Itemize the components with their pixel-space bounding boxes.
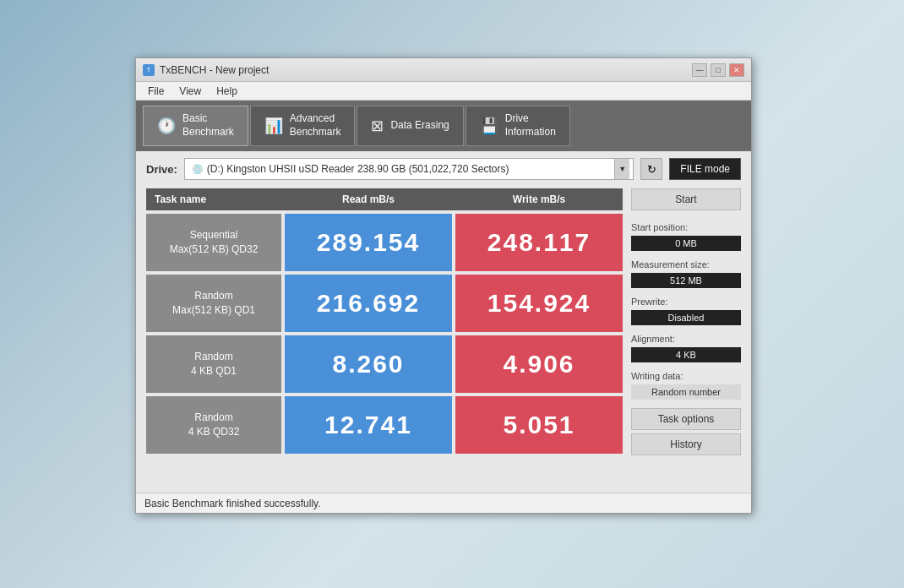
dropdown-arrow-icon: ▼ (614, 159, 629, 179)
read-random-4k-qd32: 12.741 (285, 396, 452, 454)
write-random-4k-qd1: 4.906 (455, 335, 623, 393)
file-mode-button[interactable]: FILE mode (669, 158, 741, 180)
writing-data-label: Writing data: (631, 371, 741, 381)
alignment-value: 4 KB (631, 347, 741, 362)
writing-data-value: Random number (631, 384, 741, 400)
title-bar: T TxBENCH - New project — □ ✕ (136, 58, 751, 82)
measurement-size-value: 512 MB (631, 273, 741, 288)
task-options-button[interactable]: Task options (631, 408, 741, 430)
close-button[interactable]: ✕ (729, 63, 744, 77)
alignment-label: Alignment: (631, 334, 741, 344)
task-sequential-qd32: SequentialMax(512 KB) QD32 (146, 214, 281, 271)
task-random-4k-qd1: Random4 KB QD1 (146, 335, 281, 393)
advanced-benchmark-label: Advanced Benchmark (290, 112, 341, 139)
start-button[interactable]: Start (631, 188, 741, 210)
toolbar-drive-information[interactable]: 💾 Drive Information (466, 106, 570, 146)
maximize-button[interactable]: □ (711, 63, 726, 77)
title-bar-left: T TxBENCH - New project (143, 64, 269, 76)
erase-icon: ⊠ (371, 117, 384, 135)
settings-sidebar: Start Start position: 0 MB Measurement s… (631, 188, 741, 486)
read-random-512-qd1: 216.692 (285, 275, 452, 332)
menu-file[interactable]: File (141, 84, 171, 99)
read-sequential-qd32: 289.154 (285, 214, 452, 271)
drive-label: Drive: (146, 163, 177, 176)
start-btn-container: Start (631, 188, 741, 210)
drive-selector[interactable]: 💿 (D:) Kingston UHSII uSD Reader 238.90 … (184, 158, 634, 180)
write-random-512-qd1: 154.924 (455, 275, 623, 332)
toolbar-basic-benchmark[interactable]: 🕐 Basic Benchmark (143, 106, 248, 146)
task-random-4k-qd32: Random4 KB QD32 (146, 396, 281, 454)
start-position-label: Start position: (631, 222, 741, 232)
clock-icon: 🕐 (157, 117, 176, 135)
menu-help[interactable]: Help (210, 84, 244, 99)
benchmark-table: Task name Read mB/s Write mB/s Sequentia… (146, 188, 623, 486)
toolbar-advanced-benchmark[interactable]: 📊 Advanced Benchmark (250, 106, 356, 146)
write-sequential-qd32: 248.117 (455, 214, 623, 271)
chart-icon: 📊 (264, 117, 283, 135)
minimize-button[interactable]: — (692, 63, 707, 77)
drive-information-label: Drive Information (505, 112, 556, 139)
task-random-512-qd1: RandomMax(512 KB) QD1 (146, 275, 281, 332)
drive-value: (D:) Kingston UHSII uSD Reader 238.90 GB… (207, 163, 509, 175)
start-position-value: 0 MB (631, 236, 741, 251)
header-task: Task name (146, 188, 281, 210)
prewrite-label: Prewrite: (631, 297, 741, 307)
header-read: Read mB/s (285, 188, 452, 210)
refresh-button[interactable]: ↻ (640, 158, 662, 180)
disk-icon: 💿 (192, 164, 204, 175)
status-text: Basic Benchmark finished successfully. (144, 498, 321, 509)
basic-benchmark-label: Basic Benchmark (182, 112, 234, 139)
title-controls: — □ ✕ (692, 63, 744, 77)
table-row: SequentialMax(512 KB) QD32 289.154 248.1… (146, 214, 623, 271)
drive-row: Drive: 💿 (D:) Kingston UHSII uSD Reader … (146, 158, 741, 180)
toolbar: 🕐 Basic Benchmark 📊 Advanced Benchmark ⊠… (136, 101, 751, 151)
toolbar-data-erasing[interactable]: ⊠ Data Erasing (357, 106, 463, 146)
table-row: Random4 KB QD32 12.741 5.051 (146, 396, 623, 454)
drive-select-inner: 💿 (D:) Kingston UHSII uSD Reader 238.90 … (188, 163, 614, 175)
history-button[interactable]: History (631, 433, 741, 455)
header-write: Write mB/s (455, 188, 623, 210)
drive-icon: 💾 (480, 117, 498, 135)
write-random-4k-qd32: 5.051 (455, 396, 623, 454)
menu-view[interactable]: View (172, 84, 208, 99)
content-area: Drive: 💿 (D:) Kingston UHSII uSD Reader … (136, 151, 751, 493)
table-row: RandomMax(512 KB) QD1 216.692 154.924 (146, 275, 623, 332)
menu-bar: File View Help (136, 82, 751, 101)
table-header: Task name Read mB/s Write mB/s (146, 188, 623, 210)
main-window: T TxBENCH - New project — □ ✕ File View … (135, 57, 752, 514)
prewrite-value: Disabled (631, 310, 741, 325)
read-random-4k-qd1: 8.260 (285, 335, 452, 393)
measurement-size-label: Measurement size: (631, 259, 741, 270)
data-erasing-label: Data Erasing (390, 119, 449, 133)
main-layout: Task name Read mB/s Write mB/s Sequentia… (146, 188, 741, 486)
table-row: Random4 KB QD1 8.260 4.906 (146, 335, 623, 393)
status-bar: Basic Benchmark finished successfully. (136, 493, 751, 513)
window-title: TxBENCH - New project (160, 64, 269, 76)
app-icon: T (143, 64, 155, 76)
